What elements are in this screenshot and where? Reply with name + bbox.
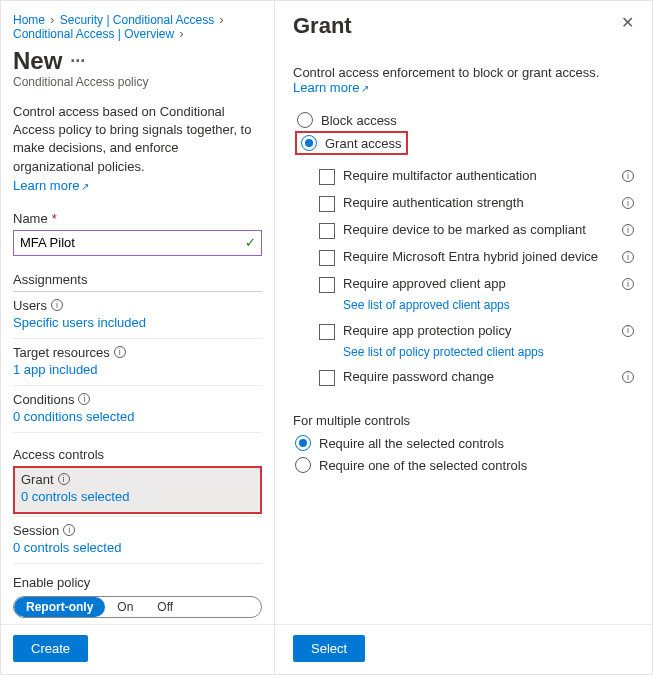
info-icon[interactable]: i — [622, 251, 634, 263]
checkbox-icon — [319, 250, 335, 266]
grant-link[interactable]: 0 controls selected — [21, 487, 129, 510]
protected-apps-link[interactable]: See list of policy protected client apps — [343, 345, 634, 361]
info-icon[interactable]: i — [78, 393, 90, 405]
page-subtitle: Conditional Access policy — [13, 75, 262, 89]
radio-grant-access[interactable]: Grant access — [301, 135, 402, 151]
radio-icon — [297, 112, 313, 128]
info-icon[interactable]: i — [622, 325, 634, 337]
session-label: Session — [13, 523, 59, 538]
chk-require-compliant-device[interactable]: Require device to be marked as compliant… — [319, 217, 634, 244]
session-link[interactable]: 0 controls selected — [13, 538, 121, 561]
info-icon[interactable]: i — [622, 197, 634, 209]
chk-require-auth-strength[interactable]: Require authentication strength i — [319, 190, 634, 217]
enable-policy-label: Enable policy — [13, 575, 262, 590]
policy-name-input[interactable] — [13, 230, 262, 256]
conditions-link[interactable]: 0 conditions selected — [13, 407, 134, 430]
info-icon[interactable]: i — [622, 224, 634, 236]
learn-more-link[interactable]: Learn more↗ — [13, 178, 262, 193]
more-actions-icon[interactable]: ··· — [70, 55, 85, 67]
info-icon[interactable]: i — [622, 278, 634, 290]
radio-grant-label: Grant access — [325, 136, 402, 151]
chk-require-mfa[interactable]: Require multifactor authentication i — [319, 163, 634, 190]
grant-panel-intro: Control access enforcement to block or g… — [293, 65, 634, 95]
radio-icon — [295, 457, 311, 473]
radio-require-one-label: Require one of the selected controls — [319, 458, 527, 473]
required-indicator: * — [52, 211, 57, 226]
radio-grant-highlighted: Grant access — [295, 131, 408, 155]
users-link[interactable]: Specific users included — [13, 313, 146, 336]
breadcrumb-security[interactable]: Security | Conditional Access — [60, 13, 215, 27]
chk-require-approved-app[interactable]: Require approved client app i — [319, 271, 634, 298]
chevron-right-icon: › — [220, 13, 224, 27]
toggle-off[interactable]: Off — [145, 597, 185, 617]
page-title: New — [13, 47, 62, 75]
chevron-right-icon: › — [50, 13, 54, 27]
assignments-section-header: Assignments — [13, 262, 262, 292]
checkbox-icon — [319, 223, 335, 239]
radio-icon — [301, 135, 317, 151]
info-icon[interactable]: i — [63, 524, 75, 536]
target-resources-link[interactable]: 1 app included — [13, 360, 98, 383]
chk-require-app-protection[interactable]: Require app protection policy i — [319, 318, 634, 345]
radio-icon — [295, 435, 311, 451]
conditions-label: Conditions — [13, 392, 74, 407]
external-link-icon: ↗ — [81, 181, 89, 192]
info-icon[interactable]: i — [114, 346, 126, 358]
info-icon[interactable]: i — [51, 299, 63, 311]
info-icon[interactable]: i — [622, 170, 634, 182]
grant-row-highlighted[interactable]: Granti 0 controls selected — [13, 466, 262, 514]
close-icon[interactable]: ✕ — [621, 13, 634, 32]
grant-panel-title: Grant — [293, 13, 352, 39]
enable-policy-toggle[interactable]: Report-only On Off — [13, 596, 262, 618]
chk-require-password-change[interactable]: Require password change i — [319, 364, 634, 391]
checkbox-icon — [319, 370, 335, 386]
create-button[interactable]: Create — [13, 635, 88, 662]
breadcrumb-overview[interactable]: Conditional Access | Overview — [13, 27, 174, 41]
multiple-controls-label: For multiple controls — [293, 413, 634, 428]
checkbox-icon — [319, 324, 335, 340]
approved-apps-link[interactable]: See list of approved client apps — [343, 298, 634, 314]
radio-require-all-label: Require all the selected controls — [319, 436, 504, 451]
grant-label: Grant — [21, 472, 54, 487]
select-button[interactable]: Select — [293, 635, 365, 662]
toggle-on[interactable]: On — [105, 597, 145, 617]
radio-require-one[interactable]: Require one of the selected controls — [293, 454, 634, 476]
chevron-right-icon: › — [180, 27, 184, 41]
users-label: Users — [13, 298, 47, 313]
info-icon[interactable]: i — [58, 473, 70, 485]
access-controls-section-header: Access controls — [13, 447, 262, 462]
chk-require-hybrid-joined[interactable]: Require Microsoft Entra hybrid joined de… — [319, 244, 634, 271]
radio-block-access[interactable]: Block access — [295, 109, 634, 131]
breadcrumb-home[interactable]: Home — [13, 13, 45, 27]
name-label: Name — [13, 211, 48, 226]
info-icon[interactable]: i — [622, 371, 634, 383]
grant-learn-more-link[interactable]: Learn more↗ — [293, 80, 369, 95]
breadcrumb: Home › Security | Conditional Access › C… — [13, 13, 262, 41]
radio-require-all[interactable]: Require all the selected controls — [293, 432, 634, 454]
external-link-icon: ↗ — [361, 83, 369, 94]
target-resources-label: Target resources — [13, 345, 110, 360]
checkbox-icon — [319, 196, 335, 212]
toggle-report-only[interactable]: Report-only — [14, 597, 105, 617]
checkbox-icon — [319, 169, 335, 185]
radio-block-label: Block access — [321, 113, 397, 128]
checkbox-icon — [319, 277, 335, 293]
intro-text: Control access based on Conditional Acce… — [13, 103, 262, 176]
